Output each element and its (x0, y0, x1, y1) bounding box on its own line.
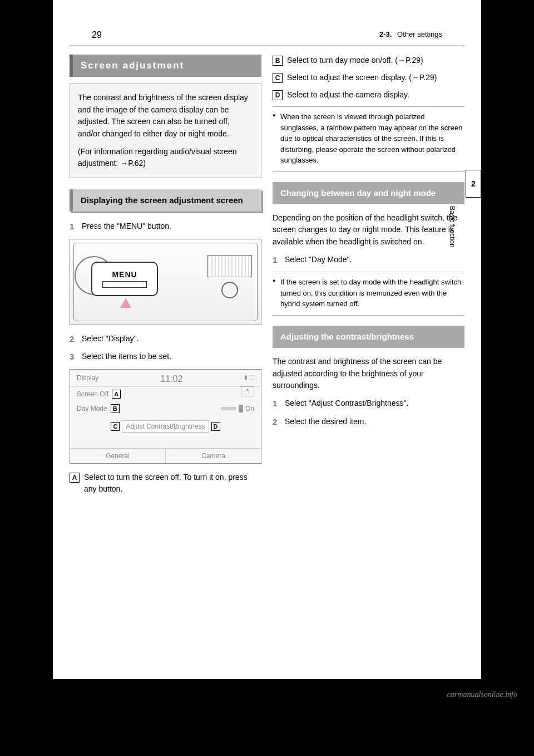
back-icon: ↰ (241, 386, 254, 396)
adjust-step-2: 2 Select the desired item. (273, 416, 464, 429)
callout-label-a: A (112, 390, 121, 399)
item-a-text: Select to turn the screen off. To turn i… (84, 472, 261, 495)
step-number: 2 (273, 416, 285, 429)
item-d: D Select to adjust the camera display. (273, 89, 464, 101)
sub-heading-day-night: Changing between day and night mode (273, 182, 464, 204)
chapter-number: 2-3. (379, 30, 392, 38)
item-a: A Select to turn the screen off. To turn… (70, 472, 261, 495)
item-b: B Select to turn day mode on/off. (→P.29… (273, 55, 464, 66)
display-title: Display (77, 374, 98, 384)
screen-off-label: Screen Off (77, 390, 108, 398)
footer-url: carmanualsonline.info (0, 679, 534, 721)
section-tab-label: Basic function (448, 206, 456, 248)
figure-display-screen: Display 11:02 ▮ ⬚ ↰ Screen Off A Day Mod… (70, 369, 261, 464)
label-box-b: B (273, 56, 283, 66)
step-3-text: Select the items to be set. (82, 351, 261, 364)
figure-menu-button: MENU (70, 239, 261, 325)
step-number: 1 (273, 254, 285, 267)
step-2-text: Select "Display". (82, 333, 261, 346)
step-number: 1 (273, 397, 285, 410)
menu-label: MENU (112, 270, 137, 279)
arrow-up-icon (120, 298, 131, 308)
main-title: Screen adjustment (70, 55, 261, 77)
toggle-knob (239, 405, 243, 413)
row-screen-off: Screen Off A (70, 387, 261, 401)
callout-label-b: B (111, 404, 120, 413)
row-adjust-contrast: C Adjust Contrast/Brightness D (70, 420, 261, 433)
label-box-c: C (273, 73, 283, 83)
intro-paragraph-1: The contrast and brightness of the scree… (78, 92, 253, 140)
menu-button-callout: MENU (91, 262, 158, 296)
step-2: 2 Select "Display". (70, 333, 261, 346)
row-day-mode: Day Mode B On (70, 401, 261, 416)
intro-paragraph-2: (For information regarding audio/visual … (78, 146, 253, 170)
content-area: Screen adjustment The contrast and brigh… (53, 46, 481, 517)
tab-general: General (70, 449, 166, 463)
divider (273, 171, 464, 172)
page-container: 29 2-3. Other settings 2 Basic function … (53, 0, 481, 679)
display-header: Display 11:02 ▮ ⬚ (70, 370, 261, 387)
item-b-text: Select to turn day mode on/off. (→P.29) (287, 55, 464, 66)
label-box-d: D (273, 90, 283, 100)
toggle-track (221, 407, 236, 410)
sub-heading-contrast-brightness: Adjusting the contrast/brightness (273, 326, 464, 348)
status-icons: ▮ ⬚ (244, 374, 254, 384)
breadcrumb: 2-3. Other settings (379, 30, 442, 40)
adjust-step-1-text: Select "Adjust Contrast/Brightness". (285, 397, 464, 410)
day-mode-toggle: On (221, 405, 254, 413)
step-number: 1 (70, 220, 82, 233)
adjust-paragraph: The contrast and brightness of the scree… (273, 356, 464, 392)
note-day-mode-memory: If the screen is set to day mode with th… (280, 277, 464, 310)
day-step-1: 1 Select "Day Mode". (273, 254, 464, 267)
tab-camera: Camera (166, 449, 261, 463)
page-header: 29 2-3. Other settings (70, 0, 464, 46)
step-number: 3 (70, 351, 82, 364)
item-c-text: Select to adjust the screen display. (→P… (287, 72, 464, 84)
adjust-step-1: 1 Select "Adjust Contrast/Brightness". (273, 397, 464, 410)
display-tabs: General Camera (70, 448, 261, 463)
step-1-text: Press the "MENU" button. (82, 220, 261, 233)
callout-label-d: D (211, 422, 220, 431)
toggle-on-label: On (245, 405, 254, 413)
right-column: B Select to turn day mode on/off. (→P.29… (273, 55, 464, 500)
chapter-title: Other settings (397, 30, 442, 38)
item-d-text: Select to adjust the camera display. (287, 89, 464, 101)
item-c: C Select to adjust the screen display. (… (273, 72, 464, 84)
adjust-contrast-button: Adjust Contrast/Brightness (122, 420, 209, 433)
menu-button-rect (102, 281, 147, 288)
adjust-step-2-text: Select the desired item. (285, 416, 464, 429)
left-column: Screen adjustment The contrast and brigh… (70, 55, 261, 500)
label-box-a: A (70, 473, 80, 483)
display-time: 11:02 (160, 374, 182, 384)
note-polarized: When the screen is viewed through polari… (280, 111, 464, 166)
intro-box: The contrast and brightness of the scree… (70, 84, 261, 178)
step-3: 3 Select the items to be set. (70, 351, 261, 364)
page-number: 29 (92, 30, 102, 40)
section-tab: 2 (466, 170, 481, 198)
console-knob-icon (221, 282, 238, 298)
divider (273, 272, 464, 272)
callout-label-c: C (111, 422, 120, 431)
center-console (204, 255, 255, 311)
day-step-1-text: Select "Day Mode". (285, 254, 464, 267)
day-mode-paragraph: Depending on the position of the headlig… (273, 212, 464, 248)
divider (273, 106, 464, 107)
step-1: 1 Press the "MENU" button. (70, 220, 261, 233)
console-screen-icon (207, 255, 252, 277)
divider (273, 315, 464, 316)
section-tab-number: 2 (471, 179, 476, 188)
step-number: 2 (70, 333, 82, 346)
day-mode-label: Day Mode (77, 405, 107, 413)
sub-heading-display-adjustment: Displaying the screen adjustment screen (70, 189, 261, 212)
